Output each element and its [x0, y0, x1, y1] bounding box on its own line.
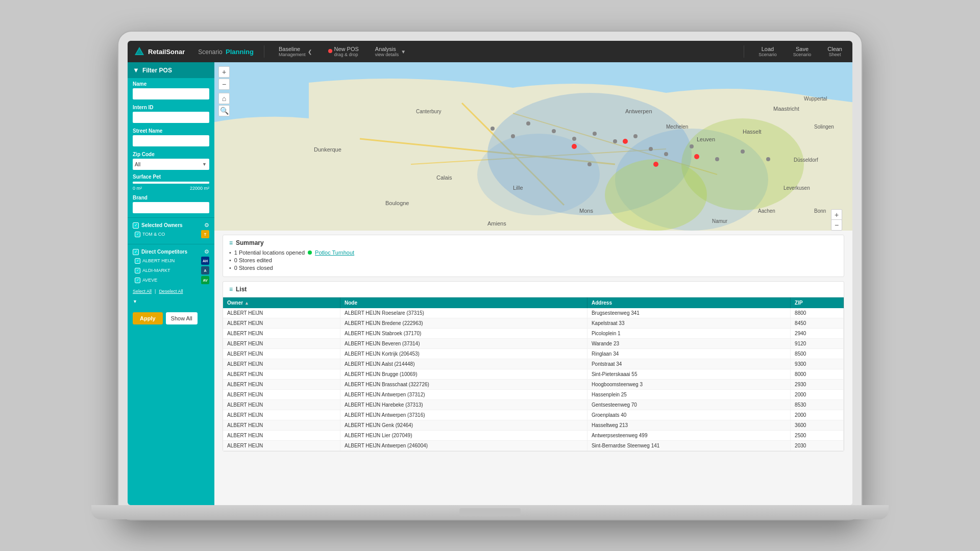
cell-address: Ringlaan 34	[587, 349, 790, 359]
cell-owner: ALBERT HEIJN	[223, 369, 340, 380]
aveve-checkbox[interactable]: ✓	[135, 278, 140, 283]
show-all-button[interactable]: Show All	[166, 312, 198, 324]
owners-settings-gear[interactable]: ⚙	[204, 222, 209, 229]
baseline-sub: Management	[279, 52, 306, 57]
albert-heijn-checkbox[interactable]: ✓	[135, 258, 140, 264]
clean-label: Clean	[827, 46, 842, 52]
svg-text:Mechelen: Mechelen	[666, 124, 688, 130]
svg-text:Mons: Mons	[579, 208, 593, 214]
list-header: ≡ List	[223, 282, 844, 297]
cell-node: ALBERT HEIJN Beveren (37314)	[340, 339, 587, 349]
summary-title: Summary	[236, 239, 264, 246]
svg-point-15	[552, 129, 556, 133]
cell-zip: 8450	[791, 318, 844, 329]
svg-text:Antwerpen: Antwerpen	[625, 108, 652, 114]
table-row: ALBERT HEIJN ALBERT HEIJN Antwerpen (373…	[223, 410, 844, 420]
cell-zip: 2500	[791, 431, 844, 441]
new-pos-sub: drag & drop	[334, 52, 359, 57]
apply-button[interactable]: Apply	[133, 312, 163, 324]
selected-owners-label: Selected Owners	[141, 222, 202, 228]
zip-code-section: Zip Code All ▼	[128, 148, 214, 172]
table-row: ALBERT HEIJN ALBERT HEIJN Harebeke (3731…	[223, 400, 844, 410]
baseline-management-btn[interactable]: Baseline Management ❮	[275, 44, 316, 59]
aveve-label: AVEVE	[142, 278, 199, 283]
zip-code-wrapper: All ▼	[133, 159, 209, 170]
selected-owners-checkbox[interactable]: ✓	[133, 222, 139, 229]
cell-address: Warande 23	[587, 339, 790, 349]
data-table: Owner ▲ Node Address ZIP ALBERT HEIJN AL…	[223, 297, 844, 451]
filter-icon: ▼	[133, 66, 139, 74]
svg-point-13	[511, 134, 515, 138]
surface-slider[interactable]	[133, 182, 209, 184]
name-label: Name	[133, 81, 209, 87]
street-name-input[interactable]	[133, 135, 209, 146]
sidebar-header: ▼ Filter POS	[128, 62, 214, 78]
col-node: Node	[340, 297, 587, 308]
brand-label: Brand	[133, 195, 209, 201]
bottom-panel: ≡ Summary • 1 Potential locations opened…	[214, 231, 852, 505]
selected-owners-row: ✓ Selected Owners ⚙	[133, 222, 209, 229]
cell-node: ALBERT HEIJN Kortrijk (206453)	[340, 349, 587, 359]
zoom-out-button[interactable]: −	[218, 79, 230, 90]
surface-labels: 0 m² 22000 m²	[133, 186, 209, 191]
zip-code-select[interactable]: All	[133, 159, 209, 170]
intern-id-label: Intern ID	[133, 105, 209, 110]
select-all-link[interactable]: Select All	[133, 289, 152, 294]
svg-point-19	[633, 134, 638, 138]
analysis-caret: ▼	[401, 49, 406, 55]
svg-text:Hasselt: Hasselt	[743, 129, 762, 135]
table-row: ALBERT HEIJN ALBERT HEIJN Brasschaat (32…	[223, 380, 844, 390]
summary-link-1[interactable]: Potloc Turnhout	[315, 249, 354, 256]
analysis-btn[interactable]: Analysis view details ▼	[371, 44, 410, 59]
load-scenario-btn[interactable]: Load Scenario	[754, 45, 781, 58]
map-zoom-minus[interactable]: −	[831, 219, 842, 231]
baseline-label: Baseline	[279, 46, 306, 52]
green-dot	[308, 251, 312, 255]
save-scenario-btn[interactable]: Save Scenario	[789, 45, 816, 58]
svg-point-14	[526, 121, 530, 126]
map-search-button[interactable]: 🔍	[218, 105, 230, 116]
albert-heijn-logo: AH	[201, 257, 209, 265]
summary-section: ≡ Summary • 1 Potential locations opened…	[223, 235, 844, 277]
intern-id-input[interactable]	[133, 112, 209, 123]
direct-competitors-checkbox[interactable]: ✓	[133, 249, 139, 255]
deselect-all-link[interactable]: Deselect All	[159, 289, 183, 294]
cell-node: ALBERT HEIJN Lier (207049)	[340, 431, 587, 441]
table-row: ALBERT HEIJN ALBERT HEIJN Roeselare (373…	[223, 308, 844, 318]
cell-address: Brugsesteenweg 341	[587, 308, 790, 318]
map-zoom-plus[interactable]: +	[831, 209, 842, 220]
table-row: ALBERT HEIJN ALBERT HEIJN Brugge (10069)…	[223, 369, 844, 380]
surface-max: 22000 m²	[190, 186, 209, 191]
aldi-markt-label: ALDI-MARKT	[142, 268, 199, 273]
sort-icon-owner[interactable]: ▲	[244, 300, 249, 306]
tom-co-item: ✓ TOM & CO T	[133, 230, 209, 238]
tom-co-checkbox[interactable]: ✓	[135, 232, 140, 237]
name-input[interactable]	[133, 88, 209, 99]
svg-text:Aachen: Aachen	[758, 208, 775, 214]
baseline-arrow: ❮	[308, 49, 312, 55]
cell-address: Antwerpsesteenweg 499	[587, 431, 790, 441]
cell-node: ALBERT HEIJN Brugge (10069)	[340, 369, 587, 380]
zoom-in-button[interactable]: +	[218, 66, 230, 78]
brand-input[interactable]	[133, 202, 209, 213]
svg-text:Calais: Calais	[436, 174, 452, 181]
sidebar-divider-2	[128, 244, 214, 244]
cell-address: Kapelstraat 33	[587, 318, 790, 329]
aldi-markt-checkbox[interactable]: ✓	[135, 268, 140, 273]
svg-text:Leverkusen: Leverkusen	[783, 185, 810, 191]
clean-sheet-btn[interactable]: Clean Sheet	[823, 45, 846, 58]
new-pos-btn[interactable]: New POS drag & drop	[324, 44, 363, 59]
sidebar-actions: Apply Show All	[128, 308, 214, 329]
cell-zip: 2940	[791, 329, 844, 339]
competitors-settings-gear[interactable]: ⚙	[204, 248, 209, 255]
tom-co-logo: T	[201, 230, 209, 238]
aldi-markt-item: ✓ ALDI-MARKT A	[133, 266, 209, 274]
collapse-arrow[interactable]: ▼	[133, 299, 137, 304]
map-home-button[interactable]: ⌂	[218, 93, 230, 104]
aveve-item: ✓ AVEVE AV	[133, 276, 209, 284]
svg-text:Solingen: Solingen	[814, 124, 834, 130]
tom-co-label: TOM & CO	[142, 232, 199, 237]
load-label: Load	[762, 46, 774, 52]
sidebar-divider-1	[128, 217, 214, 218]
surface-label: Surface Pet	[133, 174, 209, 180]
